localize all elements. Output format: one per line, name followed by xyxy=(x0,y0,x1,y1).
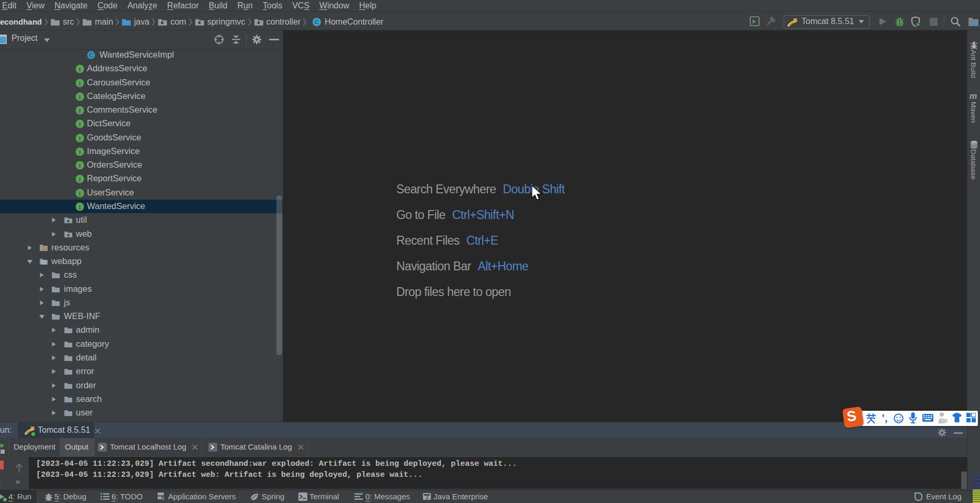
svg-text:I: I xyxy=(79,135,81,141)
svg-text:I: I xyxy=(79,149,81,155)
svg-text:I: I xyxy=(79,204,81,210)
svg-text:C: C xyxy=(89,52,93,58)
svg-text:I: I xyxy=(79,190,81,196)
svg-text:I: I xyxy=(79,162,81,169)
svg-text:C: C xyxy=(315,19,319,25)
svg-text:I: I xyxy=(79,107,81,114)
svg-text:I: I xyxy=(79,121,81,127)
svg-text:I: I xyxy=(79,66,81,72)
svg-text:I: I xyxy=(79,93,81,100)
svg-text:I: I xyxy=(79,80,81,86)
svg-text:J: J xyxy=(426,495,428,500)
svg-text:I: I xyxy=(79,176,81,182)
svg-text:21: 21 xyxy=(942,419,946,423)
